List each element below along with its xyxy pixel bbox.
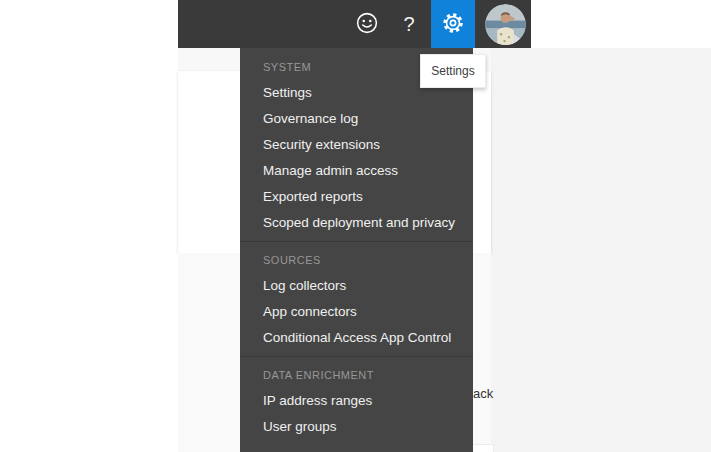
settings-menu: SYSTEM Settings Governance log Security … [240,48,473,452]
menu-divider [240,356,473,357]
partially-hidden-text: ack [473,386,493,401]
top-bar: ? [178,0,531,48]
menu-item-app-connectors[interactable]: App connectors [240,299,473,325]
gear-icon [441,11,465,38]
avatar-photo-icon [485,4,526,45]
menu-item-governance-log[interactable]: Governance log [240,106,473,132]
menu-item-log-collectors[interactable]: Log collectors [240,273,473,299]
screenshot-root: ack ? [0,0,711,452]
settings-button[interactable] [431,0,475,48]
menu-divider [240,241,473,242]
user-avatar[interactable] [483,0,527,48]
help-button[interactable]: ? [389,0,429,48]
menu-item-ip-address-ranges[interactable]: IP address ranges [240,388,473,414]
menu-item-user-groups[interactable]: User groups [240,414,473,440]
menu-section-header-sources: SOURCES [240,247,473,273]
menu-item-manage-admin-access[interactable]: Manage admin access [240,158,473,184]
settings-tooltip: Settings [420,54,486,88]
feedback-button[interactable] [347,0,387,48]
smiley-icon [355,11,379,38]
question-mark-icon: ? [403,0,414,48]
menu-item-security-extensions[interactable]: Security extensions [240,132,473,158]
menu-item-conditional-access[interactable]: Conditional Access App Control [240,325,473,351]
menu-item-exported-reports[interactable]: Exported reports [240,184,473,210]
menu-section-header-data-enrichment: DATA ENRICHMENT [240,362,473,388]
menu-item-scoped-deployment[interactable]: Scoped deployment and privacy [240,210,473,236]
